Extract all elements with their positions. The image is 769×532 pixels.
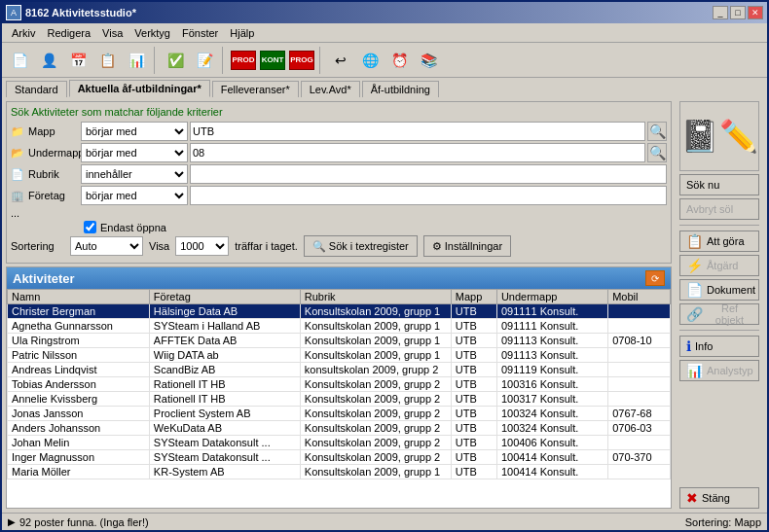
table-row[interactable]: Annelie KvissbergRationell IT HBKonsults…: [8, 392, 671, 407]
edit-button[interactable]: 📝: [191, 47, 218, 74]
tab-aktuella[interactable]: Aktuella åf-utbildningar*: [69, 80, 210, 97]
table-cell: 091111 Konsult.: [496, 319, 607, 334]
right-panel: 📓✏️ Sök nu Avbryt söl 📋 Att göra ⚡ Åtgär…: [676, 101, 763, 509]
cancel-search-button[interactable]: Avbryt söl: [679, 198, 759, 220]
new-icon: 📄: [9, 50, 30, 71]
foretag-value[interactable]: [190, 186, 667, 205]
todo-button[interactable]: 📋 Att göra: [679, 231, 759, 252]
only-open-checkbox[interactable]: [84, 221, 96, 233]
table-row[interactable]: Patric NilssonWiig DATA abKonsultskolan …: [8, 348, 671, 363]
menu-visa[interactable]: Visa: [96, 25, 128, 41]
table-cell: 0767-68: [608, 407, 671, 421]
calendar-icon: 📅: [67, 50, 89, 71]
book-button[interactable]: 📚: [415, 47, 442, 74]
prod-button[interactable]: PROD: [230, 47, 257, 74]
col-namn[interactable]: Namn: [8, 290, 150, 304]
show-combo[interactable]: 1000 500 100: [175, 236, 229, 256]
close-button[interactable]: ✖ Stäng: [679, 487, 759, 509]
info-button[interactable]: ℹ Info: [679, 336, 759, 357]
rubrik-condition[interactable]: innehåller börjar med: [81, 164, 188, 184]
table-container: Namn Företag Rubrik Mapp Undermapp Mobil…: [7, 289, 671, 508]
table-row[interactable]: Agnetha GunnarssonSYSteam i Halland ABKo…: [8, 319, 671, 334]
col-mobil[interactable]: Mobil: [608, 290, 671, 304]
progr-icon: PROG: [289, 51, 314, 70]
table-cell: Jonas Jansson: [8, 407, 150, 421]
table-cell: Patric Nilsson: [8, 348, 150, 363]
table-row[interactable]: Andreas LindqvistScandBiz ABkonsultskola…: [8, 363, 671, 377]
menu-verktyg[interactable]: Verktyg: [128, 25, 176, 41]
tab-standard[interactable]: Standard: [6, 81, 67, 97]
calendar-button[interactable]: 📅: [64, 47, 92, 74]
table-cell: SYSteam i Halland AB: [149, 319, 300, 334]
mapp-value[interactable]: [190, 122, 645, 141]
check-button[interactable]: ✅: [162, 47, 189, 74]
table-row[interactable]: Inger MagnussonSYSteam Datakonsult ...Ko…: [8, 450, 671, 465]
document-icon: 📄: [686, 282, 703, 298]
clock-button[interactable]: ⏰: [385, 47, 413, 74]
table-row[interactable]: Christer BergmanHälsinge Data ABKonsults…: [8, 304, 671, 319]
tab-felleveranser[interactable]: Felleveranser*: [212, 81, 299, 97]
table-cell: Konsultskolan 2009, grupp 2: [300, 421, 451, 436]
menu-redigera[interactable]: Redigera: [41, 25, 96, 41]
table-row[interactable]: Anders JohanssonWeKuData ABKonsultskolan…: [8, 421, 671, 436]
menu-fonster[interactable]: Fönster: [176, 25, 224, 41]
kont-button[interactable]: KONT: [259, 47, 286, 74]
undermapp-value[interactable]: [190, 143, 645, 162]
table-cell: Andreas Lindqvist: [8, 363, 150, 377]
title-bar-left: A 8162 Aktivitetsstudio*: [6, 5, 136, 20]
maximize-button[interactable]: □: [730, 6, 746, 19]
table-cell: UTB: [451, 334, 496, 348]
settings-button[interactable]: ⚙ Inställningar: [423, 235, 511, 257]
undermapp-search-btn[interactable]: 🔍: [647, 143, 667, 162]
text-search-button[interactable]: 🔍 Sök i textregister: [304, 235, 418, 257]
tab-bar: Standard Aktuella åf-utbildningar* Felle…: [2, 78, 767, 97]
minimize-button[interactable]: _: [713, 6, 728, 19]
report-button[interactable]: 📊: [123, 47, 150, 74]
activities-refresh-btn[interactable]: ⟳: [645, 270, 665, 286]
ref-object-button[interactable]: 🔗 Ref objekt: [679, 303, 759, 325]
action-button[interactable]: ⚡ Åtgärd: [679, 255, 759, 276]
col-foretag[interactable]: Företag: [149, 290, 300, 304]
table-row[interactable]: Maria MöllerKR-System ABKonsultskolan 20…: [8, 465, 671, 479]
analysis-button[interactable]: 📊 Analystyp: [679, 360, 759, 381]
table-cell: Rationell IT HB: [149, 392, 300, 407]
tab-lev-avd[interactable]: Lev.Avd*: [301, 81, 360, 97]
table-cell: UTB: [451, 465, 496, 479]
window-title: 8162 Aktivitetsstudio*: [25, 7, 136, 18]
menu-arkiv[interactable]: Arkiv: [6, 25, 41, 41]
search-now-button[interactable]: Sök nu: [679, 174, 759, 195]
todo-icon: 📋: [686, 233, 703, 249]
globe-button[interactable]: 🌐: [356, 47, 384, 74]
progr-button[interactable]: PROG: [288, 47, 315, 74]
menu-hjalp[interactable]: Hjälp: [224, 25, 260, 41]
mapp-search-btn[interactable]: 🔍: [647, 122, 667, 141]
contact-button[interactable]: 👤: [35, 47, 62, 74]
col-mapp[interactable]: Mapp: [451, 290, 496, 304]
table-cell: UTB: [451, 304, 496, 319]
sort-combo[interactable]: Auto Namn Datum: [70, 236, 143, 256]
search-row-mapp: 📁 Mapp börjar med innehåller slutar med …: [11, 122, 667, 141]
close-window-button[interactable]: ✕: [748, 6, 763, 19]
table-row[interactable]: Jonas JanssonProclient System ABKonsults…: [8, 407, 671, 421]
rubrik-value[interactable]: [190, 164, 667, 184]
activities-table: Namn Företag Rubrik Mapp Undermapp Mobil…: [7, 289, 671, 479]
table-row[interactable]: Ula RingstromAFFTEK Data ABKonsultskolan…: [8, 334, 671, 348]
undermapp-condition[interactable]: börjar med innehåller: [81, 143, 188, 162]
table-row[interactable]: Tobias AnderssonRationell IT HBKonsultsk…: [8, 377, 671, 392]
foretag-condition[interactable]: börjar med innehåller: [81, 186, 188, 205]
rubrik-icon: 📄: [11, 168, 24, 181]
table-row[interactable]: Johan MelinSYSteam Datakonsult ...Konsul…: [8, 436, 671, 450]
col-undermapp[interactable]: Undermapp: [496, 290, 607, 304]
mapp-condition[interactable]: börjar med innehåller slutar med är lika…: [81, 122, 188, 141]
right-panel-image: 📓✏️: [679, 101, 759, 171]
list-button[interactable]: 📋: [93, 47, 121, 74]
arrow-button[interactable]: ↩: [327, 47, 354, 74]
table-cell: UTB: [451, 407, 496, 421]
table-cell: 100406 Konsult.: [496, 436, 607, 450]
document-button[interactable]: 📄 Dokument: [679, 279, 759, 301]
col-rubrik[interactable]: Rubrik: [300, 290, 451, 304]
new-button[interactable]: 📄: [6, 47, 33, 74]
table-cell: konsultskolan 2009, grupp 2: [300, 363, 451, 377]
table-cell: Wiig DATA ab: [149, 348, 300, 363]
tab-af-utbildning[interactable]: Åf-utbildning: [362, 81, 439, 97]
